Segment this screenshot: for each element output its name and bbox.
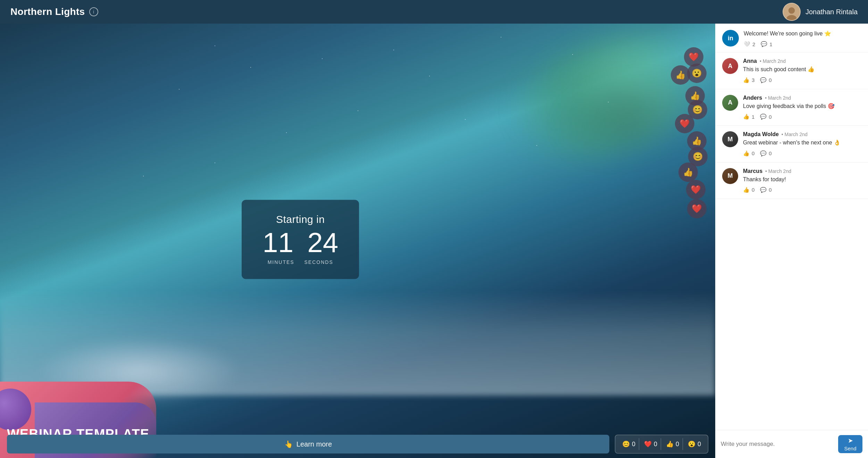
like-icon: 👍 xyxy=(743,114,750,120)
main-layout: Starting in 11 24 MINUTES SECONDS ❤️👍😮👍😊… xyxy=(0,24,868,458)
reply-count: 0 xyxy=(769,114,771,120)
reply-icon: 💬 xyxy=(760,114,767,120)
comment-text: Thanks for today! xyxy=(743,176,861,183)
comment-action[interactable]: 💬 1 xyxy=(761,41,772,47)
bottom-bar: 👆 Learn more 😊0❤️0👍0😮0 xyxy=(0,430,715,458)
like-icon: 👍 xyxy=(743,77,750,83)
info-icon[interactable]: i xyxy=(89,7,98,16)
reply-count: 0 xyxy=(769,77,771,83)
like-action[interactable]: 🤍 2 xyxy=(744,41,755,47)
chat-panel: 💬 Chat in Welcome! We're soon going live… xyxy=(715,24,868,458)
comment-avatar: M xyxy=(722,131,738,147)
learn-more-label: Learn more xyxy=(297,440,332,448)
reaction-count: 0 xyxy=(632,441,635,448)
comment-header: Magda Wolde • March 2nd xyxy=(743,131,861,138)
countdown-numbers: 11 24 xyxy=(262,229,338,257)
reply-icon: 💬 xyxy=(760,187,767,193)
countdown-minutes: 11 xyxy=(262,229,293,257)
reaction-button-0[interactable]: 😊0 xyxy=(619,438,639,450)
reaction-button-3[interactable]: 😮0 xyxy=(684,438,704,450)
chat-input[interactable] xyxy=(721,441,834,448)
comment-count: 1 xyxy=(769,41,772,47)
chat-input-area: ➤ Send xyxy=(715,430,868,458)
comment-body: Anna • March 2nd This is such good conte… xyxy=(743,58,861,83)
commenter-name: Anders xyxy=(743,95,762,101)
comment-reply-action[interactable]: 💬 0 xyxy=(760,150,771,157)
like-count: 3 xyxy=(752,77,754,83)
countdown-minutes-label: MINUTES xyxy=(268,259,294,265)
chat-message: M Magda Wolde • March 2nd Great webinar … xyxy=(715,126,868,162)
comment-avatar: A xyxy=(722,58,738,74)
comment-text: Great webinar - when's the next one 👌 xyxy=(743,139,861,147)
header-right: Jonathan Rintala xyxy=(783,3,858,21)
comment-icon: 💬 xyxy=(761,41,767,47)
chat-message: A Anna • March 2nd This is such good con… xyxy=(715,52,868,89)
send-button[interactable]: ➤ Send xyxy=(838,435,862,453)
like-icon: 👍 xyxy=(743,187,750,193)
chat-message: M Marcus • March 2nd Thanks for today! 👍… xyxy=(715,163,868,199)
comment-avatar: A xyxy=(722,95,738,111)
svg-point-1 xyxy=(788,7,795,14)
comment-like-action[interactable]: 👍 3 xyxy=(743,77,754,83)
send-icon: ➤ xyxy=(848,437,853,444)
comment-date: • March 2nd xyxy=(765,168,791,174)
page-title: Northern Lights xyxy=(10,6,85,17)
comment-like-action[interactable]: 👍 1 xyxy=(743,114,754,120)
reaction-emoji: 😮 xyxy=(688,440,695,448)
reaction-count: 0 xyxy=(654,441,657,448)
comment-like-action[interactable]: 👍 0 xyxy=(743,187,754,193)
reply-count: 0 xyxy=(769,150,771,156)
reply-icon: 💬 xyxy=(760,77,767,83)
linkedin-message: in Welcome! We're soon going live ⭐ 🤍 2 … xyxy=(715,24,868,52)
reply-count: 0 xyxy=(769,187,771,193)
comment-actions: 👍 0 💬 0 xyxy=(743,150,861,157)
reaction-count: 0 xyxy=(676,441,679,448)
learn-more-icon: 👆 xyxy=(284,440,293,448)
comment-reply-action[interactable]: 💬 0 xyxy=(760,114,771,120)
comment-header: Marcus • March 2nd xyxy=(743,168,861,174)
reply-icon: 💬 xyxy=(760,150,767,157)
like-icon: 👍 xyxy=(743,150,750,157)
linkedin-message-content: Welcome! We're soon going live ⭐ 🤍 2 💬 1 xyxy=(744,30,861,47)
countdown-seconds: 24 xyxy=(307,229,338,257)
commenter-name: Anna xyxy=(743,58,757,64)
countdown-box: Starting in 11 24 MINUTES SECONDS xyxy=(242,200,359,279)
reaction-emoji: ❤️ xyxy=(644,440,652,448)
comment-like-action[interactable]: 👍 0 xyxy=(743,150,754,157)
learn-more-button[interactable]: 👆 Learn more xyxy=(7,435,609,453)
reaction-emoji: 👍 xyxy=(666,440,674,448)
comment-header: Anna • March 2nd xyxy=(743,58,861,64)
username: Jonathan Rintala xyxy=(806,8,858,16)
reaction-button-1[interactable]: ❤️0 xyxy=(641,438,661,450)
comment-date: • March 2nd xyxy=(782,132,808,137)
reaction-bar: 😊0❤️0👍0😮0 xyxy=(615,435,708,453)
header: Northern Lights i Jonathan Rintala xyxy=(0,0,868,24)
reaction-count: 0 xyxy=(698,441,701,448)
like-count: 1 xyxy=(752,114,754,120)
header-left: Northern Lights i xyxy=(10,6,98,17)
comment-date: • March 2nd xyxy=(760,58,786,64)
chat-messages-list: A Anna • March 2nd This is such good con… xyxy=(715,52,868,199)
commenter-name: Magda Wolde xyxy=(743,131,779,138)
linkedin-message-actions: 🤍 2 💬 1 xyxy=(744,41,861,47)
comment-text: This is such good content 👍 xyxy=(743,66,861,73)
countdown-labels: MINUTES SECONDS xyxy=(262,259,338,265)
comment-actions: 👍 1 💬 0 xyxy=(743,114,861,120)
reaction-emoji: 😊 xyxy=(622,440,630,448)
video-area: Starting in 11 24 MINUTES SECONDS ❤️👍😮👍😊… xyxy=(0,24,715,458)
comment-body: Marcus • March 2nd Thanks for today! 👍 0… xyxy=(743,168,861,193)
countdown-seconds-label: SECONDS xyxy=(304,259,333,265)
comment-reply-action[interactable]: 💬 0 xyxy=(760,77,771,83)
chat-messages: in Welcome! We're soon going live ⭐ 🤍 2 … xyxy=(715,24,868,430)
reaction-button-2[interactable]: 👍0 xyxy=(662,438,683,450)
heart-icon: 🤍 xyxy=(744,41,750,47)
like-count: 0 xyxy=(752,150,754,156)
send-label: Send xyxy=(844,445,856,451)
linkedin-avatar: in xyxy=(722,30,739,47)
chat-message: A Anders • March 2nd Love giving feedbac… xyxy=(715,89,868,126)
comment-reply-action[interactable]: 💬 0 xyxy=(760,187,771,193)
comment-body: Anders • March 2nd Love giving feedback … xyxy=(743,95,861,120)
comment-header: Anders • March 2nd xyxy=(743,95,861,101)
countdown-starting-text: Starting in xyxy=(262,214,338,225)
comment-actions: 👍 0 💬 0 xyxy=(743,187,861,193)
